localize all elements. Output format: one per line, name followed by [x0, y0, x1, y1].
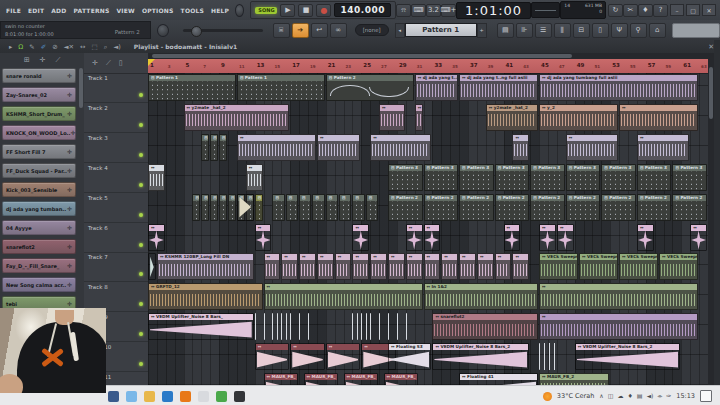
playlist-clip[interactable]: [370, 134, 431, 161]
playlist-clip[interactable]: y2mate _hat_2: [486, 104, 538, 131]
playlist-grid[interactable]: 1591317212529333741454953576137111519232…: [148, 53, 708, 385]
tray-caret-icon[interactable]: ∧: [599, 392, 603, 400]
playlist-clip[interactable]: [495, 253, 512, 280]
help-button[interactable]: ?: [653, 4, 668, 17]
playlist-clip[interactable]: [352, 224, 369, 251]
playlist-clip[interactable]: VEDM Uplifter_Noise 8 Bars_2: [575, 343, 681, 370]
playlist-clip[interactable]: Pattern 2: [672, 194, 707, 221]
picker-item[interactable]: dj ada yang tumban..✛: [2, 201, 76, 216]
menu-item-view[interactable]: VIEW: [117, 7, 135, 14]
playlist-clip[interactable]: [272, 313, 277, 340]
taskbar-app-notepad[interactable]: [198, 391, 209, 402]
playlist-clip[interactable]: [388, 313, 393, 340]
playlist-clip[interactable]: [148, 224, 165, 251]
notification-center-icon[interactable]: [700, 390, 712, 402]
playlist-clip[interactable]: VECk Sweeps Turun: [619, 253, 658, 280]
minimize-button[interactable]: –: [670, 4, 684, 16]
select-tool[interactable]: ⬚: [92, 43, 98, 51]
playlist-clip[interactable]: dj ada yang t..ng full aslii: [459, 74, 538, 101]
track-mute-led[interactable]: [139, 332, 143, 336]
maximize-button[interactable]: ▢: [686, 4, 700, 16]
playlist-clip[interactable]: [339, 194, 351, 221]
playlist-clip[interactable]: [566, 134, 618, 161]
mute-tool[interactable]: ◄✕: [64, 43, 74, 51]
hint-knob[interactable]: [235, 4, 244, 17]
playlist-clip[interactable]: dj ada yang tumbang full aslii: [539, 74, 698, 101]
link-button[interactable]: ∞: [330, 23, 347, 38]
record-button[interactable]: ●: [316, 4, 331, 17]
picker-item[interactable]: FF_Duck Squad - Par..✛: [2, 163, 76, 178]
stop-button[interactable]: ■: [298, 4, 313, 17]
picker-item[interactable]: 04 Ayyye✛: [2, 220, 76, 235]
channel-rack-button[interactable]: ☰: [535, 23, 552, 38]
browser-draw-icon[interactable]: ⟋: [55, 56, 60, 64]
track-header-4[interactable]: Track 4: [84, 163, 148, 193]
track-draw-icon[interactable]: ⟋: [106, 59, 111, 67]
typing-keyboard-button[interactable]: ⌨+: [441, 4, 456, 17]
playlist-clip[interactable]: Pattern 3: [388, 164, 423, 191]
track-lock-icon[interactable]: ▯: [119, 59, 123, 67]
playlist-clip[interactable]: [406, 313, 411, 340]
playlist-clip[interactable]: [286, 194, 298, 221]
play-button[interactable]: ▶: [280, 4, 295, 17]
playlist-clip[interactable]: snareflot2: [432, 313, 538, 340]
playlist-clip[interactable]: [148, 253, 156, 280]
playlist-clip[interactable]: [415, 104, 423, 131]
playlist-clip[interactable]: [504, 224, 521, 251]
playlist-clip[interactable]: Pattern 2: [459, 194, 494, 221]
playlist-clip[interactable]: [201, 134, 209, 161]
playlist-clip[interactable]: KSHMR 120BP_Long Fill DN: [157, 253, 254, 280]
browser-button[interactable]: ⊟: [573, 23, 590, 38]
playlist-clip[interactable]: [539, 224, 556, 251]
playlist-clip[interactable]: [406, 224, 423, 251]
track-mute-led[interactable]: [139, 183, 143, 187]
playlist-clip[interactable]: [424, 253, 441, 280]
playlist-clip[interactable]: Pattern 2: [566, 194, 601, 221]
playlist-clip[interactable]: [290, 313, 295, 340]
tray-mic-icon[interactable]: ♦: [627, 392, 632, 400]
tray-keyboard-icon[interactable]: ▤: [637, 392, 643, 400]
playback-tool[interactable]: ◄): [113, 43, 121, 51]
playlist-clip[interactable]: [148, 164, 165, 191]
playlist-clip[interactable]: [441, 253, 458, 280]
mic-button[interactable]: ♦: [638, 4, 653, 17]
track-header-6[interactable]: Track 6: [84, 223, 148, 253]
playlist-clip[interactable]: Pattern 2: [601, 194, 636, 221]
playlist-clip[interactable]: y_2: [539, 104, 618, 131]
playlist-clip[interactable]: Pattern 3: [530, 164, 565, 191]
sync-button[interactable]: ↻: [608, 4, 623, 17]
tray-speaker-icon[interactable]: ◄): [646, 392, 653, 400]
taskbar-app-explorer[interactable]: [126, 391, 137, 402]
playlist-clip[interactable]: [255, 343, 290, 370]
playlist-clip[interactable]: [255, 313, 260, 340]
track-mute-led[interactable]: [139, 302, 143, 306]
playlist-clip[interactable]: [210, 194, 218, 221]
track-move-icon[interactable]: ✛: [92, 59, 98, 67]
playlist-clip[interactable]: [539, 343, 556, 370]
track-header-2[interactable]: Track 2: [84, 103, 148, 133]
tray-pen-icon[interactable]: ✑: [666, 392, 671, 400]
playlist-clip[interactable]: [352, 313, 357, 340]
playlist-clip[interactable]: GRFTD_12: [148, 283, 263, 310]
playlist-clip[interactable]: [406, 253, 423, 280]
playlist-clip[interactable]: [290, 343, 325, 370]
playlist-clip[interactable]: MAUR_FB_: [264, 373, 299, 385]
playlist-clip[interactable]: [335, 253, 352, 280]
playlist-clip[interactable]: Pattern 2: [637, 194, 672, 221]
playlist-clip[interactable]: [477, 253, 494, 280]
picker-item[interactable]: New Song calma acr..✛: [2, 277, 76, 292]
playlist-clip[interactable]: [317, 134, 360, 161]
playlist-clip[interactable]: Floating S3: [388, 343, 431, 370]
menu-item-patterns[interactable]: PATTERNS: [74, 7, 110, 14]
menu-item-file[interactable]: FILE: [6, 7, 21, 14]
playlist-clip[interactable]: VECk Sweeps Turun: [579, 253, 618, 280]
playlist-clip[interactable]: [379, 104, 405, 131]
track-mute-led[interactable]: [139, 272, 143, 276]
playlist-clip[interactable]: VECk Sweeps Turun: [659, 253, 698, 280]
playlist-clip[interactable]: In 1&2: [424, 283, 539, 310]
playlist-clip[interactable]: [272, 194, 284, 221]
taskbar-app-chrome[interactable]: [144, 391, 155, 402]
playlist-clip[interactable]: [210, 134, 218, 161]
playlist-clip[interactable]: [281, 313, 286, 340]
piano-roll-button[interactable]: ⊪: [516, 23, 533, 38]
